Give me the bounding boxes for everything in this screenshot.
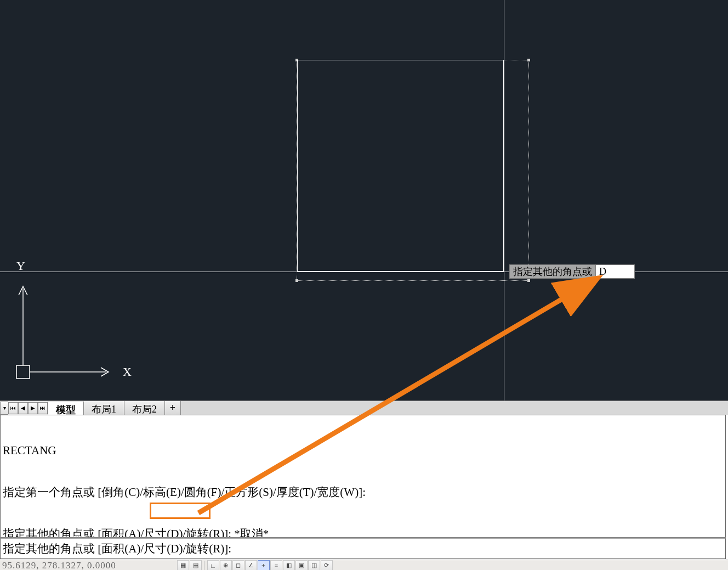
dynamic-input-label: 指定其他的角点或: [509, 264, 596, 279]
svg-rect-0: [16, 365, 30, 379]
rubberband-handle: [527, 59, 530, 61]
status-toggle-transparency-icon[interactable]: ◧: [283, 560, 295, 571]
status-toggle-hud-icon[interactable]: ◫: [308, 560, 320, 571]
tab-next-button[interactable]: ▶: [28, 402, 38, 414]
command-history-line: 指定第一个角点或 [倒角(C)/标高(E)/圆角(F)/正方形(S)/厚度(T)…: [3, 486, 723, 499]
tab-model[interactable]: 模型: [48, 402, 84, 415]
drawn-rectangle: [297, 60, 504, 272]
dynamic-input-tooltip: 指定其他的角点或: [509, 264, 635, 279]
ucs-axis-icon: X Y: [13, 257, 145, 388]
status-coordinates: 95.6129, 278.1327, 0.0000: [0, 560, 116, 571]
tab-small-left-icon[interactable]: ▾: [0, 402, 8, 415]
tab-last-button[interactable]: ⏭: [38, 402, 48, 414]
tab-layout1[interactable]: 布局1: [84, 401, 124, 415]
command-line[interactable]: 指定其他的角点或 [面积(A)/尺寸(D)/旋转(R)]:: [0, 538, 726, 559]
crosshair-vertical: [504, 0, 504, 400]
layout-tab-bar: ▾ ⏮ ◀ ▶ ⏭ 模型 布局1 布局2 +: [0, 400, 728, 415]
status-toggle-ortho-icon[interactable]: ∟: [207, 560, 219, 571]
status-toggle-grid-icon[interactable]: ▦: [177, 560, 189, 571]
rubberband-handle: [295, 279, 298, 282]
dynamic-input-field[interactable]: [596, 264, 635, 279]
status-toggle-polar-icon[interactable]: ⊕: [220, 560, 232, 571]
command-prompt-text: 指定其他的角点或 [面积(A)/尺寸(D)/旋转(R)]:: [3, 542, 231, 555]
status-toggle-dyninput-icon[interactable]: ＋: [258, 560, 270, 571]
status-toggle-snap-icon[interactable]: ▤: [190, 560, 202, 571]
command-history-line: RECTANG: [3, 444, 723, 458]
status-toggle-lineweight-icon[interactable]: ≡: [270, 560, 282, 571]
status-toggle-cycle-icon[interactable]: ⟳: [321, 560, 333, 571]
ucs-x-label: X: [123, 365, 132, 379]
tab-scroll-controls: ▾ ⏮ ◀ ▶ ⏭: [0, 401, 48, 415]
command-history-panel: RECTANG 指定第一个角点或 [倒角(C)/标高(E)/圆角(F)/正方形(…: [0, 415, 726, 538]
tab-add-button[interactable]: +: [165, 401, 181, 415]
tab-first-button[interactable]: ⏮: [8, 402, 18, 414]
tab-layout2[interactable]: 布局2: [124, 401, 165, 415]
status-bar: 95.6129, 278.1327, 0.0000 ▦ ▤ ∟ ⊕ ◻ ∠ ＋ …: [0, 560, 728, 570]
tab-prev-button[interactable]: ◀: [18, 402, 28, 414]
drawing-canvas[interactable]: X Y 指定其他的角点或: [0, 0, 728, 400]
status-toggle-otrack-icon[interactable]: ∠: [245, 560, 257, 571]
status-toggle-selection-icon[interactable]: ▣: [295, 560, 308, 571]
status-toggle-osnap-icon[interactable]: ◻: [232, 560, 244, 571]
command-history-line: 指定其他的角点或 [面积(A)/尺寸(D)/旋转(R)]: *取消*: [3, 527, 723, 538]
